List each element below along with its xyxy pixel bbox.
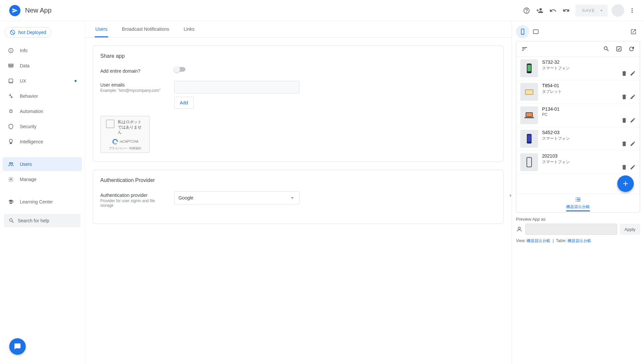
list-item[interactable]: S452-03スマートフォン bbox=[516, 127, 640, 151]
item-subtitle: スマートフォン bbox=[542, 159, 617, 165]
recaptcha-widget[interactable]: 私はロボットではありません reCAPTCHA プライバシー - 利用規約 bbox=[100, 116, 150, 153]
svg-rect-7 bbox=[9, 67, 13, 68]
search-help-input[interactable]: Search for help bbox=[4, 214, 80, 227]
auth-title: Authentication Provider bbox=[100, 177, 496, 183]
auth-select[interactable]: Google bbox=[174, 191, 300, 204]
delete-icon[interactable] bbox=[621, 117, 627, 124]
fab-add[interactable] bbox=[617, 175, 634, 192]
refresh-icon[interactable] bbox=[627, 44, 636, 54]
topbar: New App SAVE bbox=[0, 0, 644, 21]
tab-users[interactable]: Users bbox=[95, 22, 108, 37]
help-icon[interactable] bbox=[520, 4, 533, 17]
svg-rect-4 bbox=[11, 49, 11, 50]
item-title: S452-03 bbox=[542, 130, 617, 135]
device-phone-button[interactable] bbox=[516, 25, 529, 38]
delete-icon[interactable] bbox=[621, 70, 627, 77]
user-emails-input[interactable] bbox=[174, 81, 300, 93]
svg-rect-22 bbox=[528, 65, 531, 71]
svg-rect-6 bbox=[9, 65, 13, 66]
table-link[interactable]: 機器貸出台帳 bbox=[567, 238, 591, 243]
save-label: SAVE bbox=[582, 8, 595, 13]
save-button[interactable]: SAVE bbox=[575, 5, 608, 17]
share-app-title: Share app bbox=[100, 53, 496, 59]
svg-point-12 bbox=[11, 111, 12, 112]
app-title: New App bbox=[25, 7, 51, 14]
sidebar-item-data[interactable]: Data bbox=[3, 59, 82, 73]
sidebar-item-behavior[interactable]: Behavior bbox=[3, 89, 82, 103]
sidebar-item-automation[interactable]: Automation bbox=[3, 104, 82, 118]
item-subtitle: スマートフォン bbox=[542, 65, 617, 71]
search-icon[interactable] bbox=[601, 44, 611, 54]
item-title: S732-32 bbox=[542, 59, 617, 65]
svg-rect-29 bbox=[528, 135, 531, 142]
edit-icon[interactable] bbox=[630, 117, 636, 124]
main-content: Users Broadcast Notifications Links Shar… bbox=[84, 21, 512, 364]
add-domain-toggle[interactable] bbox=[174, 67, 185, 72]
edit-icon[interactable] bbox=[630, 94, 636, 101]
preview-as-label: Preview App as bbox=[516, 217, 640, 222]
edit-icon[interactable] bbox=[630, 70, 636, 77]
add-button[interactable]: Add bbox=[174, 97, 194, 109]
select-icon[interactable] bbox=[614, 44, 624, 54]
sort-icon[interactable] bbox=[520, 44, 530, 54]
sidebar-item-security[interactable]: Security bbox=[3, 120, 82, 133]
tab-links[interactable]: Links bbox=[183, 22, 195, 37]
svg-rect-10 bbox=[10, 110, 12, 113]
auth-card: Authentication Provider Authentication p… bbox=[93, 170, 504, 224]
list-item[interactable]: T854-01タブレット bbox=[516, 80, 640, 104]
chat-fab[interactable] bbox=[9, 338, 26, 355]
view-info: View: 機器貸出台帳 | Table: 機器貸出台帳 bbox=[516, 238, 640, 244]
thumbnail bbox=[520, 130, 538, 148]
svg-rect-26 bbox=[526, 113, 532, 117]
svg-point-16 bbox=[10, 179, 12, 180]
item-subtitle: PC bbox=[542, 112, 617, 117]
thumbnail bbox=[520, 153, 538, 171]
ux-dot-icon bbox=[75, 80, 77, 82]
preview-as-input[interactable] bbox=[525, 224, 617, 235]
tabs: Users Broadcast Notifications Links bbox=[85, 21, 512, 38]
view-link[interactable]: 機器貸出台帳 bbox=[527, 238, 550, 243]
edit-icon[interactable] bbox=[630, 164, 636, 171]
svg-rect-27 bbox=[525, 117, 534, 118]
sidebar-item-ux[interactable]: UX bbox=[3, 74, 82, 88]
device-tablet-button[interactable] bbox=[529, 25, 542, 38]
item-title: T854-01 bbox=[542, 83, 617, 88]
delete-icon[interactable] bbox=[621, 141, 627, 148]
chevron-right-icon[interactable] bbox=[507, 193, 513, 199]
sidebar-item-learning[interactable]: Learning Center bbox=[3, 195, 82, 209]
redo-icon[interactable] bbox=[560, 4, 573, 17]
add-user-icon[interactable] bbox=[533, 4, 546, 17]
list-item[interactable]: 202103スマートフォン bbox=[516, 151, 640, 174]
preview-bottom-tab[interactable]: 機器貸出台帳 bbox=[516, 194, 640, 212]
more-icon[interactable] bbox=[626, 4, 639, 17]
sidebar-item-intelligence[interactable]: Intelligence bbox=[3, 135, 82, 149]
user-emails-label: User emails Example: "kim@mycompany.com" bbox=[100, 81, 166, 93]
svg-rect-24 bbox=[526, 90, 533, 94]
sidebar-item-info[interactable]: Info bbox=[3, 44, 82, 57]
sidebar-item-manage[interactable]: Manage bbox=[3, 172, 82, 186]
svg-rect-20 bbox=[617, 47, 621, 51]
svg-rect-9 bbox=[9, 82, 13, 83]
recaptcha-checkbox[interactable] bbox=[106, 120, 114, 128]
edit-icon[interactable] bbox=[630, 141, 636, 148]
delete-icon[interactable] bbox=[621, 164, 627, 171]
auth-label: Authentication provider Provider for use… bbox=[100, 191, 166, 208]
svg-point-14 bbox=[10, 163, 11, 164]
svg-point-11 bbox=[10, 111, 11, 112]
user-icon bbox=[516, 226, 523, 233]
delete-icon[interactable] bbox=[621, 94, 627, 101]
avatar[interactable] bbox=[612, 4, 624, 17]
open-external-icon[interactable] bbox=[627, 25, 640, 38]
deploy-chip[interactable]: Not Deployed bbox=[5, 27, 51, 38]
tab-broadcast[interactable]: Broadcast Notifications bbox=[121, 22, 170, 37]
deploy-status-label: Not Deployed bbox=[18, 30, 46, 35]
add-domain-label: Add entire domain? bbox=[100, 67, 166, 74]
thumbnail bbox=[520, 59, 538, 77]
apply-button[interactable]: Apply bbox=[620, 224, 640, 235]
svg-point-18 bbox=[522, 33, 523, 34]
list-item[interactable]: P134-01PC bbox=[516, 104, 640, 127]
undo-icon[interactable] bbox=[546, 4, 560, 17]
svg-rect-30 bbox=[527, 158, 531, 167]
list-item[interactable]: S732-32スマートフォン bbox=[516, 57, 640, 80]
sidebar-item-users[interactable]: Users bbox=[3, 157, 82, 171]
